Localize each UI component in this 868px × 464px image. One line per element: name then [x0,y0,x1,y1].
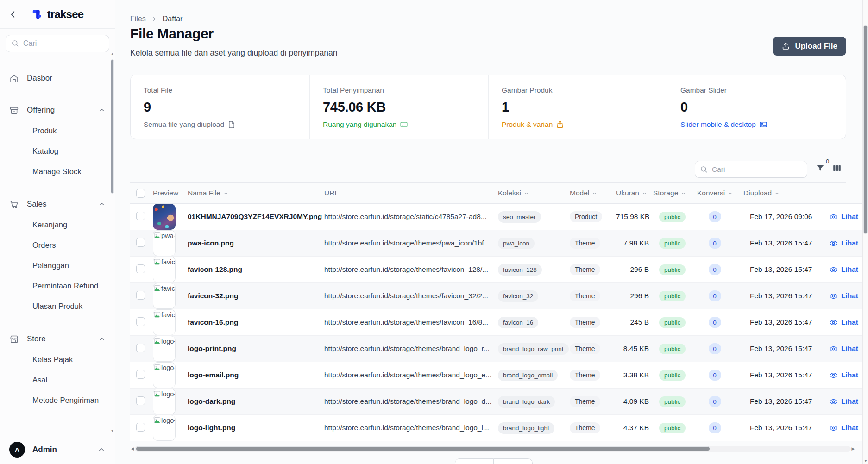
scroll-left-arrow-icon[interactable]: ◀ [130,446,135,451]
chevron-up-icon [98,335,106,343]
scroll-down-arrow-icon[interactable]: ▼ [110,429,114,433]
view-action-link[interactable]: Lihat [829,318,862,327]
file-name-cell[interactable]: favicon-16.png [188,318,324,326]
file-name-cell[interactable]: pwa-icon.png [188,239,324,247]
sidebar-scrollbar-thumb[interactable] [111,59,114,194]
view-action-link[interactable]: Lihat [829,371,862,380]
sidebar-subitem-produk[interactable]: Produk [25,120,115,141]
row-checkbox[interactable] [136,291,145,300]
pagination-next-button[interactable] [494,458,533,464]
column-header-model[interactable]: Model [570,189,616,197]
pagination-prev-button[interactable] [455,458,494,464]
sidebar-subitem-pelanggan[interactable]: Pelanggan [25,255,115,276]
row-checkbox[interactable] [136,396,145,405]
filter-button[interactable] [815,163,825,175]
stat-caption-text: Ruang yang digunakan [323,120,396,129]
file-name-cell[interactable]: favicon-32.png [188,292,324,300]
row-checkbox[interactable] [136,370,145,379]
row-checkbox[interactable] [136,423,145,432]
file-name-cell[interactable]: favicon-128.png [188,265,324,274]
column-header-label: URL [324,189,339,197]
storage-badge: public [659,396,686,407]
view-action-link[interactable]: Lihat [829,292,862,301]
view-action-link[interactable]: Lihat [829,345,862,353]
view-action-label: Lihat [841,371,858,379]
upload-file-button[interactable]: Upload File [773,37,846,56]
column-header-storage[interactable]: Storage [653,189,697,197]
file-name-cell[interactable]: logo-dark.png [188,397,324,406]
view-action-link[interactable]: Lihat [829,265,862,274]
column-header-konversi[interactable]: Konversi [697,189,743,197]
broken-image-icon [154,390,161,397]
row-checkbox[interactable] [136,264,145,273]
file-url-cell: http://store.earfun.id/storage/themes/fa… [324,265,498,274]
column-header-koleksi[interactable]: Koleksi [498,189,570,197]
sidebar-search-input[interactable] [6,35,109,52]
broken-image-placeholder[interactable]: favic [153,257,176,282]
view-action-label: Lihat [841,213,858,221]
table-search-input[interactable] [695,161,807,178]
broken-image-placeholder[interactable]: favic [153,283,176,309]
collapse-sidebar-button[interactable] [6,8,19,21]
view-action-link[interactable]: Lihat [829,424,862,433]
view-action-link[interactable]: Lihat [829,239,862,248]
broken-image-placeholder[interactable]: logo- [153,362,176,388]
broken-image-placeholder[interactable]: logo- [153,415,176,441]
row-checkbox[interactable] [136,317,145,326]
stat-caption: Slider mobile & desktop [680,120,833,129]
row-checkbox[interactable] [136,238,145,247]
window-scrollbar-thumb[interactable] [863,25,868,234]
row-preview-cell: favic [153,309,188,335]
sidebar-subitem-metode-pengiriman[interactable]: Metode Pengiriman [25,390,115,410]
sidebar-subitem-manage-stock[interactable]: Manage Stock [25,161,115,182]
uploaded-date-cell: Feb 13, 2026 15:47 [743,397,829,406]
file-name-cell[interactable]: logo-light.png [188,424,324,432]
view-action-link[interactable]: Lihat [829,213,862,221]
sidebar-scrollbar[interactable]: ▲ ▼ [110,52,114,433]
breadcrumb-files[interactable]: Files [130,15,146,23]
window-scrollbar[interactable]: ▼ [862,0,868,464]
file-name-cell[interactable]: logo-print.png [188,345,324,353]
column-header-ukuran[interactable]: Ukuran [616,189,653,197]
admin-menu[interactable]: A Admin [0,435,115,464]
view-action-link[interactable]: Lihat [829,397,862,406]
sidebar-item-label: Dasbor [27,74,106,83]
sidebar-item-dasbor[interactable]: Dasbor [0,68,115,88]
horizontal-scrollbar[interactable]: ◀ ▶ [130,445,855,452]
select-all-checkbox[interactable] [136,189,145,198]
sidebar-subitem-asal[interactable]: Asal [25,370,115,390]
broken-image-placeholder[interactable]: pwa- [153,230,176,256]
eye-icon [829,239,838,248]
horizontal-scrollbar-thumb[interactable] [136,446,710,451]
file-name-cell[interactable]: 01KHMNJA709Q3YZF14EVXRJ0MY.png [188,213,324,221]
sidebar-subitem-orders[interactable]: Orders [25,235,115,255]
scroll-down-arrow-icon[interactable]: ▼ [863,459,868,463]
model-cell: Product [570,211,616,222]
broken-image-placeholder[interactable]: favic [153,309,176,335]
sidebar-subitem-ulasan-produk[interactable]: Ulasan Produk [25,296,115,316]
app-logo[interactable]: traksee [31,8,83,21]
sidebar-subitem-permintaan-refund[interactable]: Permintaan Refund [25,276,115,296]
broken-image-placeholder[interactable]: logo- [153,336,176,362]
collection-cell: pwa_icon [498,238,570,249]
sidebar-item-store[interactable]: Store [0,329,115,349]
table-row: logo-logo-print.pnghttp://store.earfun.i… [130,336,862,362]
sidebar-subitem-keranjang[interactable]: Keranjang [25,214,115,235]
row-checkbox[interactable] [136,344,145,352]
sort-chevron-icon [642,190,648,196]
horizontal-scrollbar-track[interactable] [135,446,851,452]
scroll-up-arrow-icon[interactable]: ▲ [110,52,114,56]
sidebar-item-sales[interactable]: Sales [0,194,115,214]
toggle-columns-button[interactable] [832,163,842,175]
scroll-right-arrow-icon[interactable]: ▶ [851,446,855,451]
sidebar-subitem-katalog[interactable]: Katalog [25,141,115,161]
file-thumbnail[interactable] [153,204,176,230]
stat-card-gambar-slider: Gambar Slider0Slider mobile & desktop [667,75,846,139]
column-header-nama-file[interactable]: Nama File [188,189,324,197]
column-header-diupload[interactable]: Diupload [743,189,829,197]
sidebar-item-offering[interactable]: Offering [0,100,115,120]
broken-image-placeholder[interactable]: logo- [153,389,176,414]
sidebar-subitem-kelas-pajak[interactable]: Kelas Pajak [25,349,115,370]
file-name-cell[interactable]: logo-email.png [188,371,324,379]
row-checkbox[interactable] [136,212,145,220]
